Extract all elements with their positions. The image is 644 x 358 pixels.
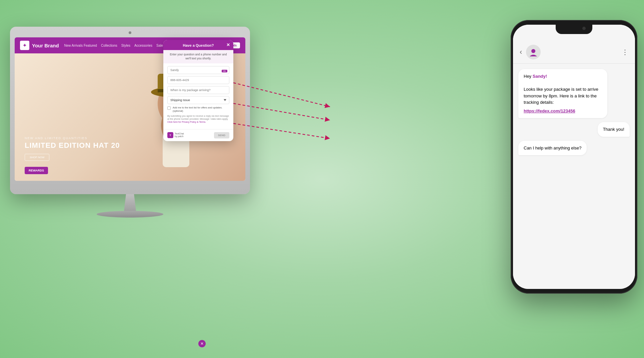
contact-avatar <box>526 45 541 59</box>
popup-minimize-close[interactable]: ✕ <box>198 340 206 347</box>
user-reply: Thank you! <box>603 127 624 132</box>
textchat-label: TextChat by patch <box>175 132 184 138</box>
nav-item-arrivals[interactable]: New Arrivals Featured <box>64 44 97 47</box>
privacy-link[interactable]: Click here for Privacy Policy & Terms. <box>167 121 206 123</box>
name-highlight: Sandy! <box>533 74 547 79</box>
chat-popup-subtitle: Enter your question and a phone number a… <box>163 50 233 63</box>
phone-frame: ‹ ⋮ Hey Sandy! Looks lik <box>511 20 637 294</box>
tracking-link[interactable]: https://fedex.com/123456 <box>524 108 602 114</box>
svg-point-9 <box>531 49 535 53</box>
nav-item-styles[interactable]: Styles <box>121 44 130 47</box>
rewards-badge[interactable]: REWARDS <box>25 167 48 174</box>
message-body: Looks like your package is set to arrive… <box>524 87 598 105</box>
monitor-stand-neck <box>120 194 140 211</box>
checkbox-input[interactable] <box>167 106 171 110</box>
incoming-message-1: Hey Sandy! Looks like your package is se… <box>518 69 607 118</box>
back-button[interactable]: ‹ <box>520 48 522 56</box>
chat-footer: T TextChat by patch SEND <box>163 129 233 141</box>
phone-input[interactable] <box>167 76 229 84</box>
chat-disclaimer: By submitting you agree to receive a rep… <box>167 114 229 123</box>
hero-title: LIMITED EDITION HAT 20 <box>25 141 120 150</box>
monitor-stand-base <box>97 211 163 218</box>
chat-popup-body: ME Shipping Issue Billing Issue Return R… <box>163 63 233 129</box>
hero-cta-button[interactable]: SHOP NOW <box>25 154 49 161</box>
category-select[interactable]: Shipping Issue Billing Issue Return Requ… <box>167 96 229 104</box>
avatar-icon <box>529 48 538 56</box>
chat-close-button[interactable]: ✕ <box>226 43 230 47</box>
checkbox-label: Add me to the text list for offers and u… <box>173 106 229 113</box>
messages-area: Hey Sandy! Looks like your package is se… <box>513 64 635 264</box>
chat-popup-title: Have a Question? <box>183 43 214 47</box>
textchat-icon: T <box>167 132 173 138</box>
phone-notch <box>556 25 592 34</box>
hero-subtitle: NEW AND LIMITED QUANTITIES <box>25 136 120 140</box>
monitor-camera <box>129 31 131 34</box>
incoming-message-2: Can I help with anything else? <box>518 141 587 155</box>
name-input[interactable] <box>167 66 229 74</box>
chat-popup: Have a Question? ✕ Enter your question a… <box>163 40 233 141</box>
phone-screen: ‹ ⋮ Hey Sandy! Looks lik <box>513 25 635 289</box>
more-options-button[interactable]: ⋮ <box>622 48 628 56</box>
message-input[interactable] <box>518 268 630 282</box>
outgoing-message: Thank you! <box>598 122 630 137</box>
question-input[interactable] <box>167 86 229 94</box>
name-tag: ME <box>222 70 227 72</box>
checkbox-row: Add me to the text list for offers and u… <box>167 106 229 113</box>
phone-content: ‹ ⋮ Hey Sandy! Looks lik <box>513 25 635 289</box>
phone: ‹ ⋮ Hey Sandy! Looks lik <box>511 20 637 294</box>
chat-popup-header: Have a Question? ✕ <box>163 40 233 50</box>
phone-chat-header: ‹ ⋮ <box>513 42 635 64</box>
phone-camera <box>582 27 586 30</box>
logo-icon: ✦ <box>20 41 29 50</box>
nav-item-accessories[interactable]: Accessories <box>134 44 152 47</box>
nav-item-collections[interactable]: Collections <box>101 44 117 47</box>
site-logo: ✦ Your Brand <box>20 41 59 50</box>
phone-input-area <box>513 264 635 289</box>
brand-name: Your Brand <box>32 43 59 48</box>
hero-text-overlay: NEW AND LIMITED QUANTITIES LIMITED EDITI… <box>25 136 120 161</box>
message-greeting: Hey <box>524 74 533 79</box>
nav-item-sale[interactable]: Sale <box>156 44 163 47</box>
follow-up: Can I help with anything else? <box>524 145 581 150</box>
textchat-brand: T TextChat by patch <box>167 132 184 138</box>
name-field-row: ME <box>167 66 229 76</box>
send-button[interactable]: SEND <box>214 132 229 138</box>
